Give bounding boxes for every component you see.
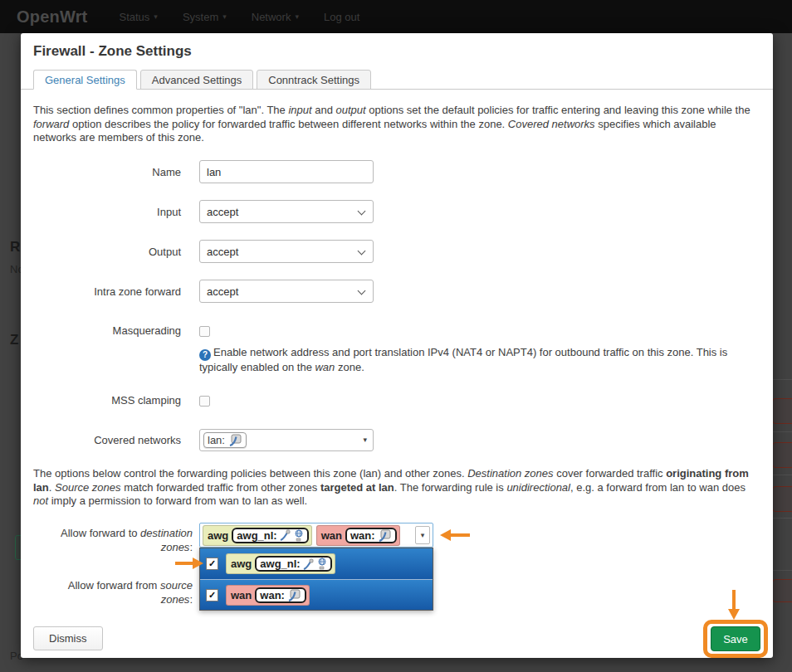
bg-heading-fragment: Z xyxy=(10,332,18,348)
masquerading-help: ?Enable network address and port transla… xyxy=(199,346,737,375)
dropdown-option-awg[interactable]: ✓ awg awg_nl: xyxy=(200,548,433,579)
destination-zones-dropdown: ✓ awg awg_nl: ✓ wan wan: xyxy=(199,548,433,611)
bg-table-line xyxy=(773,570,792,571)
field-row-covered-networks: Covered networks lan: ▾ xyxy=(33,429,760,451)
field-row-input: Input accept xyxy=(33,200,760,223)
chevron-down-icon xyxy=(358,247,366,256)
destination-zones-label: Allow forward to destination zones: xyxy=(33,526,193,554)
dropdown-caret-icon: ▾ xyxy=(363,436,367,444)
bg-red-button-fragment xyxy=(772,486,792,512)
network-tag-awg-nl: awg_nl: xyxy=(255,556,331,572)
input-label: Input xyxy=(33,206,181,218)
section-description: This section defines common properties o… xyxy=(33,104,762,145)
output-select[interactable]: accept xyxy=(199,240,374,263)
field-row-output: Output accept xyxy=(33,240,760,263)
intra-zone-forward-label: Intra zone forward xyxy=(33,285,181,298)
field-row-masquerading: Masquerading xyxy=(33,325,760,337)
chevron-down-icon xyxy=(358,207,366,216)
bg-table-line xyxy=(773,518,792,519)
top-navbar: OpenWrt Status▾ System▾ Network▾ Log out xyxy=(0,0,792,33)
dropdown-caret-icon: ▾ xyxy=(421,531,425,539)
nav-system[interactable]: System▾ xyxy=(183,11,227,23)
chevron-down-icon: ▾ xyxy=(222,12,227,21)
bg-table-line xyxy=(773,475,792,475)
ethernet-icon xyxy=(228,434,242,446)
bg-table-line xyxy=(773,431,792,432)
field-row-intra-zone-forward: Intra zone forward accept xyxy=(33,280,760,303)
awg-checkbox[interactable]: ✓ xyxy=(206,558,218,570)
tunnel-icon xyxy=(303,558,315,570)
chevron-down-icon: ▾ xyxy=(154,12,158,21)
field-row-name: Name xyxy=(33,160,760,183)
openwrt-brand: OpenWrt xyxy=(17,7,87,27)
ethernet-icon xyxy=(287,589,301,601)
nav-network[interactable]: Network▾ xyxy=(252,11,299,23)
help-icon: ? xyxy=(199,349,211,361)
globe-icon xyxy=(317,558,327,570)
nav-status[interactable]: Status▾ xyxy=(119,11,157,23)
chevron-down-icon: ▾ xyxy=(295,12,299,21)
destination-zones-multiselect[interactable]: awg awg_nl: wan wan: ▾ xyxy=(199,523,433,548)
chevron-down-icon xyxy=(358,287,366,295)
nav-logout[interactable]: Log out xyxy=(324,11,359,23)
tunnel-icon xyxy=(280,529,291,541)
name-input[interactable] xyxy=(199,160,374,183)
zone-chip-wan[interactable]: wan wan: xyxy=(316,525,400,546)
masquerading-checkbox[interactable] xyxy=(199,326,210,337)
wan-checkbox[interactable]: ✓ xyxy=(206,589,218,601)
annotation-arrow-right xyxy=(175,558,203,569)
bg-red-button-fragment xyxy=(772,442,792,468)
zone-chip-awg[interactable]: awg awg_nl: xyxy=(203,525,312,546)
dismiss-button[interactable]: Dismiss xyxy=(33,626,103,650)
mss-clamping-label: MSS clamping xyxy=(33,395,181,407)
name-label: Name xyxy=(33,166,181,178)
tab-conntrack-settings[interactable]: Conntrack Settings xyxy=(257,70,371,90)
bg-red-button-fragment xyxy=(772,398,792,424)
zone-chip-awg: awg awg_nl: xyxy=(226,553,335,574)
annotation-arrow-left xyxy=(440,529,470,541)
network-tag-wan: wan: xyxy=(345,528,397,543)
save-button[interactable]: Save xyxy=(711,626,760,651)
network-tag-awg-nl: awg_nl: xyxy=(232,528,308,543)
bg-red-button-fragment xyxy=(772,579,792,602)
covered-networks-label: Covered networks xyxy=(33,434,181,446)
source-zones-label: Allow forward from source zones: xyxy=(33,578,193,606)
input-select[interactable]: accept xyxy=(199,200,374,223)
masquerading-label: Masquerading xyxy=(33,325,181,337)
tab-advanced-settings[interactable]: Advanced Settings xyxy=(140,70,253,90)
zone-chip-wan: wan wan: xyxy=(226,585,310,606)
bg-heading-fragment: R xyxy=(10,239,20,256)
covered-networks-select[interactable]: lan: ▾ xyxy=(199,429,374,451)
field-row-mss-clamping: MSS clamping xyxy=(33,395,760,407)
dropdown-option-wan[interactable]: ✓ wan wan: xyxy=(200,579,433,610)
mss-clamping-checkbox[interactable] xyxy=(199,396,210,407)
ethernet-icon xyxy=(378,529,392,542)
globe-icon xyxy=(294,529,304,542)
bg-table-line xyxy=(773,379,792,380)
dropdown-toggle-button[interactable]: ▾ xyxy=(415,526,430,544)
forwarding-description: The options below control the forwarding… xyxy=(33,467,762,509)
page-title: Firewall - Zone Settings xyxy=(33,43,192,60)
network-tag-lan[interactable]: lan: xyxy=(203,432,247,448)
zone-settings-modal: Firewall - Zone Settings General Setting… xyxy=(21,33,773,658)
annotation-arrow-down xyxy=(728,590,740,620)
output-label: Output xyxy=(33,246,181,258)
tab-bar: General Settings Advanced Settings Connt… xyxy=(21,70,773,90)
intra-zone-forward-select[interactable]: accept xyxy=(199,280,374,303)
network-tag-wan: wan: xyxy=(255,587,306,603)
tab-general-settings[interactable]: General Settings xyxy=(33,70,137,90)
